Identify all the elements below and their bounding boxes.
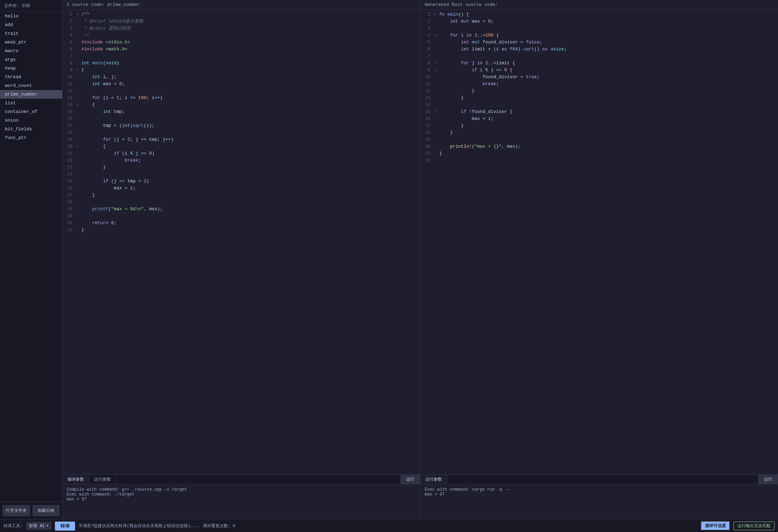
line-number: 27 [63, 192, 75, 199]
line-content: */ [80, 32, 89, 39]
fold-indicator[interactable]: ∨ [433, 60, 438, 67]
ai-selector[interactable]: 智谱 AI ▾ [26, 522, 51, 530]
line-content: for (i = 1; i <= 100; i++) [80, 95, 163, 101]
line-number: 5 [63, 39, 75, 46]
line-number: 26 [63, 185, 75, 192]
sidebar-item-prime_number[interactable]: prime_number [0, 90, 62, 99]
sidebar-item-trait[interactable]: trait [0, 29, 62, 38]
code-line-18: 18 } [420, 129, 778, 136]
line-content: max = i; [80, 185, 136, 192]
line-content: found_divisor = true; [438, 74, 540, 81]
line-number: 1 [63, 11, 75, 18]
load-example-button[interactable]: 加载示例 [33, 505, 60, 516]
confidence-button[interactable]: 测评可信度 [701, 521, 730, 531]
line-number: 29 [63, 206, 75, 213]
sidebar-item-container_of[interactable]: container_of [0, 107, 62, 116]
rust-code-area[interactable]: 1∨fn main() {2 let mut max = 0;34∨ for i… [420, 10, 778, 474]
tab-run-params-right[interactable]: 运行参数 [420, 475, 447, 484]
tab-run-params-left[interactable]: 运行参数 [89, 475, 116, 484]
code-line-10: 10 int i, j; [63, 74, 420, 81]
sidebar-item-args[interactable]: args [0, 55, 62, 64]
line-content: let mut max = 0; [438, 18, 493, 25]
line-number: 3 [63, 25, 75, 32]
code-line-6: 6#include <math.h> [63, 46, 420, 53]
line-content: #include <stdio.h> [80, 39, 130, 46]
line-number: 8 [420, 60, 433, 67]
code-line-32: 32} [63, 227, 420, 234]
sidebar-item-word_count[interactable]: word_count [0, 81, 62, 90]
fold-indicator[interactable]: ∨ [433, 108, 438, 115]
line-content: #include <math.h> [80, 46, 128, 53]
line-number: 20 [63, 143, 75, 150]
line-number: 6 [420, 46, 433, 53]
code-line-7: 7 [420, 53, 778, 60]
code-line-14: 14∨ { [63, 101, 420, 108]
sidebar-item-macro[interactable]: macro [0, 47, 62, 55]
line-content: /** [80, 11, 89, 18]
tab-compile-params[interactable]: 编译参数 [63, 475, 89, 484]
sidebar-item-list[interactable]: list [0, 99, 62, 107]
line-number: 5 [420, 39, 433, 46]
code-line-20: 20 println!("max = {}", max); [420, 143, 778, 150]
code-line-21: 21 if (i % j == 0) [63, 150, 420, 157]
sidebar-item-weak_ptr[interactable]: weak_ptr [0, 38, 62, 47]
line-content: tmp = (int)sqrt(i); [80, 122, 155, 129]
code-line-4: 4∨ for i in 1..=100 { [420, 32, 778, 39]
code-line-13: 13 for (i = 1; i <= 100; i++) [63, 95, 420, 101]
open-folder-button[interactable]: 打开文件夹 [3, 505, 30, 516]
code-line-7: 7 [63, 53, 420, 60]
sidebar-bottom-buttons: 打开文件夹 加载示例 [0, 501, 62, 519]
sidebar-item-func_ptr[interactable]: func_ptr [0, 133, 62, 142]
code-line-16: 16 [63, 115, 420, 122]
sidebar-item-bit_fields[interactable]: bit_fields [0, 125, 62, 133]
code-line-6: 6 let limit = (i as f64).sqrt() as usize… [420, 46, 778, 53]
line-content: int main(void) [80, 60, 119, 67]
line-content: } [438, 88, 474, 95]
run-button-right[interactable]: 运行 [758, 475, 778, 484]
line-content: * @brief 100以内最大素数 [80, 18, 144, 25]
sidebar-item-add[interactable]: add [0, 21, 62, 29]
sidebar-item-thread[interactable]: thread [0, 73, 62, 81]
match-status: 运行输出完全匹配 [734, 522, 775, 530]
line-number: 21 [63, 150, 75, 157]
c-code-area[interactable]: 1∨/**2 * @brief 100以内最大素数3 * @class 逻辑功能… [63, 10, 420, 474]
code-line-1: 1∨fn main() { [420, 11, 778, 18]
code-line-25: 25 if (j == tmp + 1) [63, 178, 420, 185]
translate-button[interactable]: 转译 [55, 522, 75, 531]
code-line-18: 18 [63, 129, 420, 136]
line-number: 22 [63, 157, 75, 164]
code-line-13: 13 } [420, 95, 778, 101]
line-number: 9 [420, 67, 433, 74]
c-panel-header: C source code: prime_number [63, 0, 420, 10]
code-line-3: 3 * @class 逻辑功能型 [63, 25, 420, 32]
fold-indicator[interactable]: ∨ [75, 101, 80, 108]
sidebar-item-heap[interactable]: heap [0, 64, 62, 73]
run-button-left[interactable]: 运行 [400, 475, 420, 484]
code-line-31: 31 return 0; [63, 220, 420, 227]
sidebar-item-union[interactable]: union [0, 116, 62, 125]
sidebar-item-hello[interactable]: hello [0, 12, 62, 21]
sidebar-title: 文件夹: 示例 [0, 0, 62, 12]
code-line-11: 11 int max = 0; [63, 81, 420, 88]
line-content: * @class 逻辑功能型 [80, 25, 131, 32]
line-number: 14 [63, 101, 75, 108]
fold-indicator[interactable]: ∨ [433, 67, 438, 74]
line-content: fn main() { [438, 11, 469, 18]
code-line-4: 4 */ [63, 32, 420, 39]
fold-indicator[interactable]: ∨ [75, 143, 80, 150]
line-content: println!("max = {}", max); [438, 143, 521, 150]
bottom-right-panel: 运行参数 运行 Exec with command: cargo run -q … [420, 475, 778, 519]
fold-indicator[interactable]: ∨ [75, 67, 80, 74]
line-content: { [80, 101, 95, 108]
code-line-2: 2 let mut max = 0; [420, 18, 778, 25]
fold-indicator[interactable]: ∨ [433, 32, 438, 39]
line-number: 15 [63, 108, 75, 115]
fold-indicator[interactable]: ∨ [75, 11, 80, 18]
line-content: for i in 1..=100 { [438, 32, 499, 39]
line-number: 4 [420, 32, 433, 39]
line-number: 19 [63, 136, 75, 143]
code-line-28: 28 [63, 199, 420, 206]
line-number: 3 [420, 25, 433, 32]
code-line-27: 27 } [63, 192, 420, 199]
fold-indicator[interactable]: ∨ [433, 11, 438, 18]
